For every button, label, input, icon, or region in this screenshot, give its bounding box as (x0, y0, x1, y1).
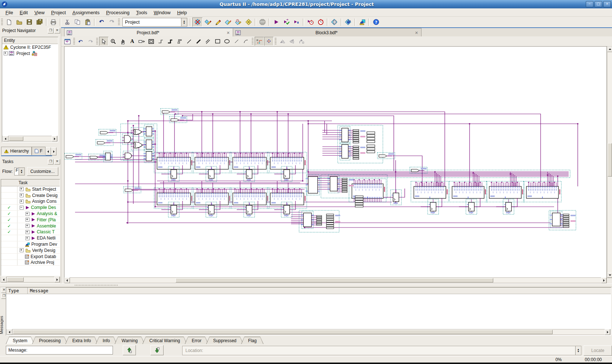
diagonal-bus-tool-icon[interactable] (194, 37, 203, 46)
zoom-tool-icon[interactable] (109, 37, 118, 46)
schematic-drawing[interactable] (64, 47, 607, 278)
menu-assignments[interactable]: Assignments (69, 9, 103, 16)
entity-row-project[interactable]: BDF Project (2, 50, 58, 56)
settings-icon[interactable] (192, 17, 203, 27)
expand-icon[interactable] (20, 187, 24, 191)
expand-icon[interactable] (26, 212, 30, 216)
scroll-left-icon[interactable] (7, 329, 12, 335)
toolbar-grip[interactable] (118, 19, 120, 26)
close-panel-icon[interactable]: ✕ (54, 28, 60, 33)
save-icon[interactable] (24, 17, 35, 27)
orthogonal-bus-tool-icon[interactable] (165, 37, 175, 46)
arc-tool-icon[interactable] (241, 37, 251, 46)
scroll-up-icon[interactable] (607, 47, 612, 52)
expand-icon[interactable] (26, 224, 30, 228)
menu-view[interactable]: View (31, 9, 48, 16)
messages-header[interactable]: Type Message (6, 288, 611, 294)
close-button[interactable]: × (603, 1, 611, 7)
task-column-header[interactable]: Task (1, 179, 60, 186)
menu-edit[interactable]: Edit (16, 9, 31, 16)
paste-icon[interactable] (83, 17, 93, 27)
redo-icon[interactable] (86, 37, 95, 46)
entity-column-header[interactable]: Entity (2, 37, 58, 44)
cut-icon[interactable] (62, 17, 72, 27)
rubberbanding-icon[interactable] (255, 37, 264, 46)
close-panel-icon[interactable]: ✕ (54, 159, 60, 165)
messages-tab-info[interactable]: Info (96, 337, 117, 344)
messages-tab-flag[interactable]: Flag (241, 337, 263, 344)
flow-combobox[interactable]: F ▲▼ (14, 167, 25, 175)
expand-icon[interactable] (20, 206, 24, 210)
project-combobox[interactable]: Project ▲▼ (122, 18, 187, 27)
menu-help[interactable]: Help (174, 9, 190, 16)
print-icon[interactable] (48, 17, 59, 27)
toolbar-grip[interactable] (1, 19, 3, 26)
messages-tab-suppressed[interactable]: Suppressed (206, 337, 243, 344)
location-combobox[interactable]: Location: ▲▼ (182, 346, 581, 355)
canvas-hscrollbar[interactable] (64, 277, 607, 283)
customize-button[interactable]: Customize... (27, 167, 58, 176)
schematic-canvas[interactable] (64, 46, 607, 278)
diagonal-node-tool-icon[interactable] (184, 37, 194, 46)
ellipse-tool-icon[interactable] (222, 37, 232, 46)
expand-icon[interactable] (26, 236, 30, 240)
scroll-down-icon[interactable] (607, 272, 612, 278)
combo-spinner-icon[interactable]: ▲▼ (575, 346, 581, 355)
pin-tool-icon[interactable] (137, 37, 146, 46)
start-fitter-icon[interactable] (291, 17, 302, 27)
compilation-report-icon[interactable] (329, 17, 340, 27)
task-row[interactable]: ✓Compile Des (1, 205, 60, 211)
scroll-left-icon[interactable] (1, 277, 7, 282)
close-tab-icon[interactable]: ✕ (412, 31, 421, 35)
tab-files[interactable]: F (32, 147, 45, 155)
messages-tab-warning[interactable]: Warning (115, 337, 145, 344)
task-row[interactable]: Assign Cons (1, 199, 60, 205)
menu-window[interactable]: Window (150, 9, 174, 16)
expand-icon[interactable] (26, 230, 30, 234)
tab-hierarchy[interactable]: Hierarchy (1, 147, 32, 155)
timing-settings-icon[interactable] (233, 17, 243, 27)
expand-icon[interactable] (20, 199, 24, 203)
new-file-icon[interactable] (4, 17, 14, 27)
block-tool-icon[interactable] (146, 37, 156, 46)
flip-horizontal-icon[interactable] (278, 37, 287, 46)
messages-tab-critical-warning[interactable]: Critical Warning (142, 337, 187, 344)
scroll-right-icon[interactable] (601, 277, 607, 283)
task-row[interactable]: Verify Desig (1, 248, 60, 254)
expand-icon[interactable] (20, 193, 24, 197)
messages-tab-system[interactable]: System (6, 337, 34, 344)
undo-icon[interactable] (76, 37, 86, 46)
combo-spinner-icon[interactable]: ▲▼ (19, 168, 24, 175)
task-row[interactable]: ✓Analysis & (1, 211, 60, 217)
messages-list[interactable] (6, 294, 611, 329)
task-row[interactable]: Export Datab (1, 254, 60, 260)
messages-tab-error[interactable]: Error (185, 337, 208, 344)
settings-editor-icon[interactable] (223, 17, 233, 27)
maximize-button[interactable]: ▢ (595, 1, 602, 7)
task-row[interactable]: ✓Fitter (Pla (1, 217, 60, 223)
diagonal-conduit-tool-icon[interactable] (203, 37, 213, 46)
pin-planner-icon[interactable] (213, 17, 223, 27)
start-timing-icon[interactable] (305, 17, 315, 27)
canvas-vscrollbar[interactable] (607, 46, 612, 278)
copy-icon[interactable] (72, 17, 83, 27)
expand-icon[interactable] (20, 248, 24, 252)
save-project-icon[interactable] (35, 17, 45, 27)
start-compilation-icon[interactable] (271, 17, 281, 27)
assignments-icon[interactable] (243, 17, 254, 27)
messages-hscrollbar[interactable] (7, 329, 611, 335)
tab-project-bdf[interactable]: BDF Project.bdf* ✕ (64, 28, 233, 37)
task-row[interactable]: ✓Classic T (1, 229, 60, 236)
detach-window-icon[interactable] (63, 37, 72, 46)
entity-hscrollbar[interactable] (3, 136, 58, 142)
float-panel-icon[interactable]: ❐ (48, 28, 54, 33)
task-row[interactable]: ✓Assemble (1, 223, 60, 229)
minimize-button[interactable]: − (586, 1, 593, 7)
locate-button[interactable]: Locate (584, 345, 612, 356)
task-row[interactable]: Create Desig (1, 193, 60, 199)
close-tab-icon[interactable]: ✕ (224, 31, 233, 35)
messages-tab-extra-info[interactable]: Extra Info (65, 337, 98, 344)
rotate-left-icon[interactable] (297, 37, 306, 46)
task-row[interactable]: EDA Netli (1, 235, 60, 241)
scroll-right-icon[interactable] (52, 136, 57, 142)
